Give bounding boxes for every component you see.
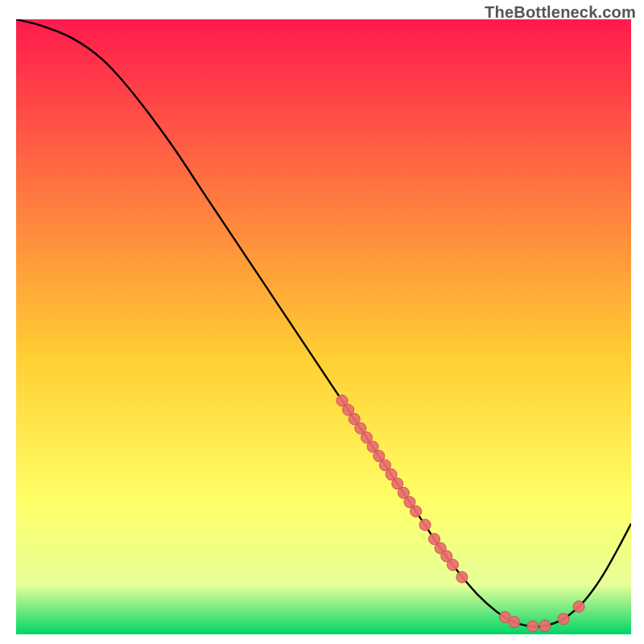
data-marker: [411, 506, 422, 517]
watermark-text: TheBottleneck.com: [485, 3, 636, 22]
data-marker: [456, 572, 468, 583]
data-marker: [509, 617, 520, 628]
gradient-background: [16, 19, 631, 634]
data-marker: [558, 613, 569, 625]
chart-container: TheBottleneck.com: [0, 0, 644, 644]
chart-svg: [16, 19, 631, 634]
data-marker: [527, 621, 539, 632]
data-marker: [539, 620, 551, 631]
data-marker: [573, 601, 584, 613]
data-marker: [419, 519, 431, 530]
data-marker: [447, 559, 458, 571]
plot-area: [16, 19, 631, 634]
